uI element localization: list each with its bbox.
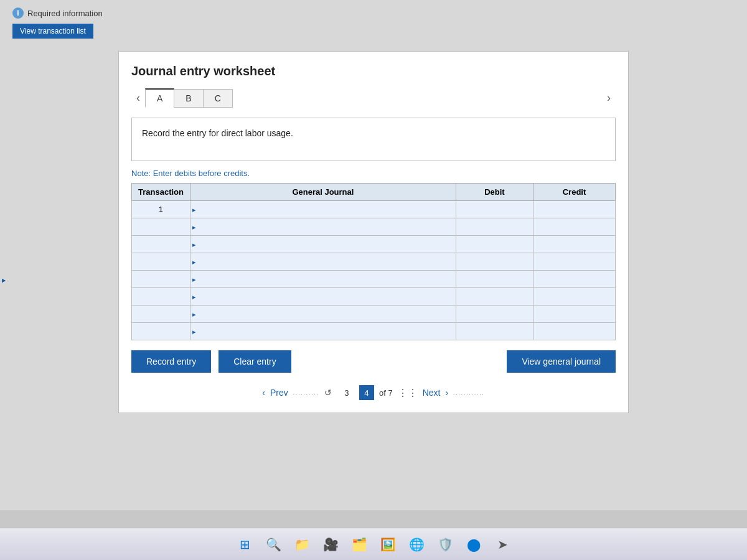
view-transaction-button[interactable]: View transaction list	[12, 24, 93, 39]
main-content: i Required information View transaction …	[0, 0, 747, 510]
taskbar-browser[interactable]: 🌐	[405, 533, 428, 556]
table-row-general-journal-1[interactable]: ▸	[190, 218, 456, 236]
table-row-credit-7[interactable]: ▸	[533, 323, 616, 340]
circle-icon: ⬤	[467, 537, 481, 552]
table-row-general-journal-3[interactable]: ▸	[190, 253, 456, 271]
table-row-credit-5[interactable]: ▸	[533, 288, 616, 306]
page-3[interactable]: 3	[339, 385, 354, 400]
tab-b[interactable]: B	[174, 89, 203, 108]
table-row-general-journal-4[interactable]: ▸	[190, 271, 456, 288]
table-row-general-journal-6[interactable]: ▸	[190, 306, 456, 323]
prev-dots: ..........️	[293, 390, 319, 396]
table-row-transaction-7[interactable]	[132, 323, 190, 340]
cell-arrow-6: ▸	[192, 310, 196, 318]
table-row-transaction-1[interactable]	[132, 218, 190, 236]
taskbar-search[interactable]: 🔍	[261, 533, 285, 556]
file-explorer-icon: 📁	[294, 537, 310, 552]
worksheet-title: Journal entry worksheet	[131, 64, 616, 78]
tab-prev-arrow[interactable]: ‹	[131, 89, 145, 107]
table-row-debit-7[interactable]: ▸	[456, 323, 533, 340]
col-debit: Debit	[456, 184, 533, 201]
view-general-journal-button[interactable]: View general journal	[507, 350, 616, 373]
table-row-general-journal-2[interactable]: ▸	[190, 236, 456, 253]
table-row-debit-6[interactable]: ▸	[456, 306, 533, 323]
note-text: Note: Enter debits before credits.	[131, 169, 616, 178]
browser-icon: 🌐	[409, 537, 425, 552]
record-entry-button[interactable]: Record entry	[131, 350, 211, 373]
table-row-debit-0[interactable]: ▸	[456, 201, 533, 218]
folder-icon: 🗂️	[352, 537, 367, 552]
clear-entry-button[interactable]: Clear entry	[218, 350, 291, 373]
table-row-credit-3[interactable]: ▸	[533, 253, 616, 271]
table-row-credit-6[interactable]: ▸	[533, 306, 616, 323]
instruction-box: Record the entry for direct labor usage.	[131, 118, 616, 161]
taskbar-back[interactable]: ➤	[491, 533, 514, 556]
refresh-icon[interactable]: ↺	[324, 388, 332, 398]
table-row-credit-1[interactable]: ▸	[533, 218, 616, 236]
taskbar-file-explorer[interactable]: 📁	[290, 533, 314, 556]
tab-c[interactable]: C	[203, 89, 233, 108]
table-row-general-journal-7[interactable]: ▸	[190, 323, 456, 340]
instruction-text: Record the entry for direct labor usage.	[142, 128, 293, 138]
cell-arrow-5: ▸	[192, 292, 196, 301]
taskbar-camera[interactable]: 🎥	[319, 533, 342, 556]
credit-arrow-7: ▸	[2, 276, 6, 284]
required-info-label: Required information	[27, 9, 103, 18]
buttons-row: Record entry Clear entry View general jo…	[131, 350, 616, 373]
table-row-debit-3[interactable]: ▸	[456, 253, 533, 271]
next-button[interactable]: ›	[445, 388, 448, 398]
table-row-credit-4[interactable]: ▸	[533, 271, 616, 288]
grid-icon[interactable]: ⋮⋮	[398, 387, 418, 399]
cell-arrow-2: ▸	[192, 240, 196, 248]
security-icon: 🛡️	[438, 537, 453, 552]
next-dots: ............	[453, 390, 485, 396]
taskbar-circle[interactable]: ⬤	[462, 533, 486, 556]
search-icon: 🔍	[266, 537, 281, 552]
required-info-bar: i Required information	[12, 5, 735, 19]
taskbar-windows[interactable]: ⊞	[233, 533, 256, 556]
tabs-nav: ‹ A B C ›	[131, 88, 616, 108]
taskbar-photos[interactable]: 🖼️	[376, 533, 400, 556]
next-label[interactable]: Next	[423, 388, 441, 398]
table-row-transaction-3[interactable]	[132, 253, 190, 271]
table-row-transaction-2[interactable]	[132, 236, 190, 253]
table-row-transaction-4[interactable]	[132, 271, 190, 288]
table-row-debit-1[interactable]: ▸	[456, 218, 533, 236]
table-row-credit-0[interactable]: ▸	[533, 201, 616, 218]
taskbar: ⊞ 🔍 📁 🎥 🗂️ 🖼️ 🌐 🛡️ ⬤ ➤	[0, 528, 747, 560]
prev-label[interactable]: Prev	[270, 388, 288, 398]
cell-arrow-7: ▸	[192, 327, 196, 335]
cell-arrow-4: ▸	[192, 275, 196, 283]
camera-icon: 🎥	[323, 537, 339, 552]
cell-arrow-0: ▸	[192, 205, 196, 213]
worksheet-container: Journal entry worksheet ‹ A B C › Record…	[118, 51, 629, 413]
prev-button[interactable]: ‹	[262, 388, 265, 398]
tab-a[interactable]: A	[145, 88, 174, 108]
table-row-general-journal-0[interactable]: ▸	[190, 201, 456, 218]
table-row-transaction-0[interactable]: 1	[132, 201, 190, 218]
col-credit: Credit	[533, 184, 616, 201]
tab-next-arrow[interactable]: ›	[602, 89, 616, 107]
table-row-debit-5[interactable]: ▸	[456, 288, 533, 306]
cell-arrow-1: ▸	[192, 223, 196, 231]
table-row-debit-4[interactable]: ▸	[456, 271, 533, 288]
col-transaction: Transaction	[132, 184, 190, 201]
photos-icon: 🖼️	[380, 537, 396, 552]
of-total: of 7	[379, 388, 393, 398]
table-row-general-journal-5[interactable]: ▸	[190, 288, 456, 306]
taskbar-folder[interactable]: 🗂️	[347, 533, 371, 556]
journal-table: Transaction General Journal Debit Credit…	[131, 183, 616, 340]
page-4[interactable]: 4	[359, 385, 374, 400]
back-icon: ➤	[497, 537, 508, 552]
table-row-credit-2[interactable]: ▸	[533, 236, 616, 253]
windows-icon: ⊞	[240, 537, 250, 552]
table-row-transaction-5[interactable]	[132, 288, 190, 306]
taskbar-security[interactable]: 🛡️	[433, 533, 457, 556]
cell-arrow-3: ▸	[192, 258, 196, 266]
pagination-row: ‹ Prev ..........️ ↺ 3 4 of 7 ⋮⋮ Next › …	[131, 385, 616, 400]
col-general-journal: General Journal	[190, 184, 456, 201]
table-row-transaction-6[interactable]	[132, 306, 190, 323]
info-icon: i	[12, 7, 24, 19]
table-row-debit-2[interactable]: ▸	[456, 236, 533, 253]
